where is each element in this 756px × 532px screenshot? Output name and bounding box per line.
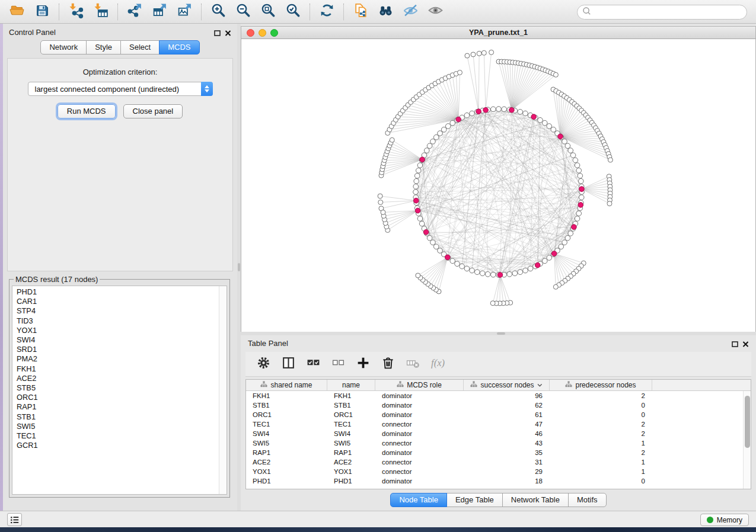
select-all-button[interactable] — [304, 355, 323, 374]
cell-name: YOX1 — [327, 467, 375, 476]
mcds-result-item[interactable]: SWI4 — [17, 335, 227, 345]
task-history-button[interactable] — [7, 513, 22, 526]
new-network-from-selection-button[interactable] — [348, 2, 373, 22]
open-button[interactable] — [5, 2, 30, 22]
mcds-result-item[interactable]: STB1 — [17, 412, 227, 422]
column-header-MCDS-role[interactable]: MCDS role — [375, 380, 464, 390]
close-panel-icon[interactable] — [225, 28, 231, 36]
tab-select[interactable]: Select — [120, 40, 160, 55]
zoom-out-icon — [235, 2, 251, 21]
zoom-out-button[interactable] — [231, 2, 256, 22]
export-image-button[interactable] — [172, 2, 197, 22]
table-tabs: Node TableEdge TableNetwork TableMotifs — [241, 493, 756, 507]
network-canvas[interactable] — [241, 39, 756, 332]
mcds-result-item[interactable]: GCR1 — [17, 441, 227, 450]
mcds-result-list[interactable]: PHD1CAR1STP4TID3YOX1SWI4SRD1PMA2FKH1ACE2… — [12, 286, 227, 495]
optimization-criterion-select[interactable]: largest connected component (undirected) — [28, 82, 213, 96]
close-window-button[interactable] — [247, 29, 254, 37]
cell-MCDS-role: connector — [375, 438, 464, 448]
zoom-in-button[interactable] — [206, 2, 231, 22]
mcds-result-item[interactable]: YOX1 — [17, 326, 227, 335]
table-row[interactable]: SWI5SWI5connector431 — [246, 438, 751, 448]
memory-button[interactable]: Memory — [700, 514, 749, 526]
table-scrollbar[interactable] — [743, 391, 751, 489]
table-row[interactable]: RAP1RAP1dominator352 — [246, 448, 751, 457]
export-network-icon — [127, 2, 143, 21]
maximize-window-button[interactable] — [270, 29, 278, 37]
unselect-all-button[interactable] — [328, 355, 347, 374]
network-titlebar[interactable]: YPA_prune.txt_1 — [241, 26, 756, 39]
zoom-in-icon — [210, 2, 227, 21]
mcds-result-item[interactable]: PMA2 — [17, 354, 227, 364]
tab-mcds[interactable]: MCDS — [159, 40, 199, 55]
mcds-result-item[interactable]: PHD1 — [17, 287, 227, 297]
first-neighbors-button[interactable] — [373, 2, 398, 22]
mcds-result-item[interactable]: STB5 — [17, 383, 227, 393]
column-label: predecessor nodes — [575, 381, 636, 389]
column-header-successor-nodes[interactable]: successor nodes — [464, 380, 550, 390]
table-row[interactable]: FKH1FKH1dominator962 — [246, 391, 751, 400]
export-network-button[interactable] — [122, 2, 147, 22]
gear-button[interactable] — [254, 355, 273, 374]
table-tab-network-table[interactable]: Network Table — [502, 493, 569, 507]
import-network-button[interactable] — [63, 2, 88, 22]
network-graph[interactable] — [241, 39, 755, 332]
toolbar-separator — [343, 4, 344, 20]
table-row[interactable]: ORC1ORC1dominator610 — [246, 410, 751, 419]
add-button[interactable] — [353, 355, 372, 374]
mcds-result-item[interactable]: ACE2 — [17, 374, 227, 383]
mcds-result-item[interactable]: RAP1 — [17, 402, 227, 412]
run-mcds-button[interactable]: Run MCDS — [58, 104, 116, 118]
select-stepper-icon — [201, 82, 213, 96]
zoom-fit-button[interactable] — [256, 2, 280, 22]
column-header-shared-name[interactable]: shared name — [246, 380, 327, 390]
mcds-result-item[interactable]: TEC1 — [17, 431, 227, 441]
cell-predecessor-nodes: 2 — [550, 448, 652, 457]
minimize-window-button[interactable] — [259, 29, 266, 37]
search-icon — [582, 7, 591, 18]
mcds-result-item[interactable]: CAR1 — [17, 297, 227, 306]
cell-MCDS-role: dominator — [375, 448, 464, 457]
table-tab-edge-table[interactable]: Edge Table — [446, 493, 503, 507]
table-row[interactable]: STB1STB1dominator620 — [246, 400, 751, 410]
float-panel-icon[interactable] — [214, 28, 221, 36]
table-tab-node-table[interactable]: Node Table — [390, 493, 447, 507]
mcds-result-item[interactable]: FKH1 — [17, 364, 227, 374]
table-tab-motifs[interactable]: Motifs — [568, 493, 607, 507]
task-list-icon — [9, 515, 20, 524]
list-scrollbar[interactable] — [219, 286, 227, 494]
table-scrollbar-thumb[interactable] — [745, 396, 750, 448]
column-header-name[interactable]: name — [327, 380, 375, 390]
tab-style[interactable]: Style — [86, 40, 121, 55]
table-row[interactable]: TEC1TEC1connector472 — [246, 419, 751, 429]
table-row[interactable]: SWI4SWI4dominator462 — [246, 429, 751, 438]
tab-network[interactable]: Network — [40, 40, 87, 55]
float-table-panel-icon[interactable] — [732, 339, 738, 347]
export-table-button[interactable] — [147, 2, 172, 22]
save-button[interactable] — [30, 2, 55, 22]
column-header-predecessor-nodes[interactable]: predecessor nodes — [550, 380, 652, 390]
mcds-result-item[interactable]: SWI5 — [17, 422, 227, 431]
mcds-result-item[interactable]: STP4 — [17, 306, 227, 316]
import-table-button[interactable] — [88, 2, 113, 22]
search-input[interactable] — [594, 8, 742, 17]
show-all-button[interactable] — [423, 2, 448, 22]
hide-selected-button[interactable] — [398, 2, 423, 22]
optimization-criterion-label: Optimization criterion: — [8, 68, 232, 76]
table-row[interactable]: ACE2ACE2connector311 — [246, 457, 751, 467]
columns-button[interactable] — [279, 355, 298, 374]
table-row[interactable]: PHD1PHD1dominator180 — [246, 476, 751, 486]
mcds-result-item[interactable]: TID3 — [17, 316, 227, 326]
mcds-result-item[interactable]: ORC1 — [17, 393, 227, 402]
table-row[interactable]: YOX1YOX1connector291 — [246, 467, 751, 476]
cell-shared-name: SWI4 — [246, 429, 327, 438]
refresh-button[interactable] — [314, 2, 339, 22]
show-all-icon — [428, 2, 444, 21]
mcds-result-item[interactable]: SRD1 — [17, 345, 227, 354]
trash-button[interactable] — [378, 355, 397, 374]
zoom-selected-button[interactable] — [280, 2, 305, 22]
close-panel-button[interactable]: Close panel — [123, 104, 183, 118]
close-table-panel-icon[interactable] — [742, 339, 749, 347]
search-box[interactable] — [577, 5, 747, 20]
cell-shared-name: YOX1 — [246, 467, 327, 476]
